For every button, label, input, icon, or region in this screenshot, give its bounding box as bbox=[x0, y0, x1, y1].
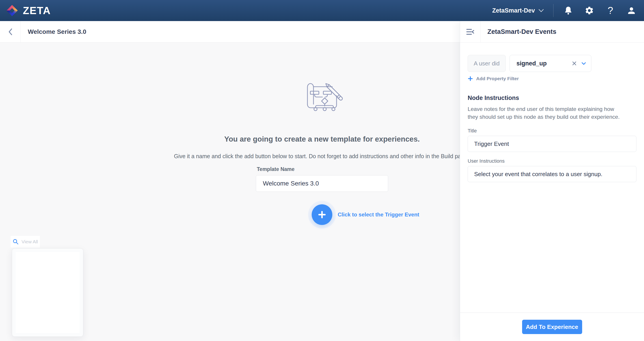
empty-state-subtext: Give it a name and click the add button … bbox=[174, 153, 470, 160]
top-navbar: ZETA ZetaSmart-Dev bbox=[0, 0, 644, 21]
navbar-right: ZetaSmart-Dev bbox=[492, 4, 644, 17]
title-field-label: Title bbox=[468, 128, 636, 134]
question-icon: ? bbox=[608, 6, 613, 16]
trigger-event-row: Click to select the Trigger Event bbox=[312, 204, 419, 225]
zeta-diamond-icon bbox=[6, 5, 18, 16]
search-results-list bbox=[16, 252, 80, 333]
condition-chip-label: A user did bbox=[474, 60, 500, 67]
blueprint-illustration bbox=[301, 79, 343, 113]
page-title: Welcome Series 3.0 bbox=[20, 28, 86, 36]
node-instructions-heading: Node Instructions bbox=[468, 94, 636, 102]
node-instructions-body: Leave notes for the end user of this tem… bbox=[468, 105, 624, 121]
brand-wordmark: ZETA bbox=[23, 4, 51, 16]
bell-icon bbox=[564, 6, 573, 16]
view-all-input[interactable] bbox=[22, 239, 41, 244]
chevron-down-icon bbox=[538, 8, 544, 14]
empty-state-heading: You are going to create a new template f… bbox=[224, 135, 420, 144]
search-icon bbox=[12, 238, 19, 245]
template-name-input[interactable] bbox=[256, 175, 388, 192]
add-property-filter-label: Add Property Filter bbox=[476, 76, 519, 81]
navbar-icon-group: ? bbox=[563, 5, 636, 16]
zeta-logo[interactable]: ZETA bbox=[0, 4, 51, 16]
template-name-label: Template Name bbox=[257, 166, 294, 172]
node-search-bar[interactable] bbox=[10, 236, 40, 248]
events-panel-body: A user did signed_up bbox=[460, 42, 644, 312]
condition-chip[interactable]: A user did bbox=[468, 55, 506, 72]
trigger-cta-link[interactable]: Click to select the Trigger Event bbox=[338, 212, 419, 218]
add-trigger-button[interactable] bbox=[312, 204, 332, 225]
page-toolbar: Welcome Series 3.0 bbox=[0, 21, 460, 42]
title-field-input[interactable] bbox=[468, 136, 636, 152]
user-instructions-label: User Instructions bbox=[468, 158, 636, 164]
event-condition-row: A user did signed_up bbox=[468, 55, 636, 72]
collapse-panel-icon bbox=[466, 28, 474, 36]
add-to-experience-button[interactable]: Add To Experience bbox=[522, 320, 582, 334]
event-select[interactable]: signed_up bbox=[510, 55, 591, 72]
person-icon bbox=[627, 6, 636, 15]
plus-icon bbox=[468, 76, 473, 81]
notifications-button[interactable] bbox=[563, 5, 573, 16]
profile-button[interactable] bbox=[626, 5, 636, 16]
clear-event-button[interactable] bbox=[572, 60, 577, 66]
search-results-dropdown bbox=[12, 248, 83, 337]
gear-icon bbox=[584, 6, 594, 15]
settings-button[interactable] bbox=[584, 5, 594, 16]
events-panel-title: ZetaSmart-Dev Events bbox=[481, 28, 556, 36]
app-root: ZETA ZetaSmart-Dev bbox=[0, 0, 644, 341]
account-name: ZetaSmart-Dev bbox=[492, 7, 535, 14]
event-select-value: signed_up bbox=[516, 60, 572, 67]
plus-icon bbox=[317, 210, 327, 220]
account-switcher[interactable]: ZetaSmart-Dev bbox=[492, 7, 544, 14]
add-property-filter-button[interactable]: Add Property Filter bbox=[468, 76, 519, 81]
help-button[interactable]: ? bbox=[606, 5, 615, 16]
user-instructions-input[interactable] bbox=[468, 166, 636, 182]
events-panel-footer: Add To Experience bbox=[460, 312, 644, 341]
collapse-panel-button[interactable] bbox=[460, 21, 481, 42]
events-panel-header: ZetaSmart-Dev Events bbox=[460, 21, 644, 42]
navbar-divider bbox=[553, 4, 554, 17]
events-panel: ZetaSmart-Dev Events A user did signed_u… bbox=[460, 21, 644, 341]
chevron-down-icon[interactable] bbox=[581, 60, 587, 66]
back-button[interactable] bbox=[0, 21, 20, 42]
chevron-left-icon bbox=[8, 28, 13, 36]
event-select-controls bbox=[572, 60, 587, 66]
